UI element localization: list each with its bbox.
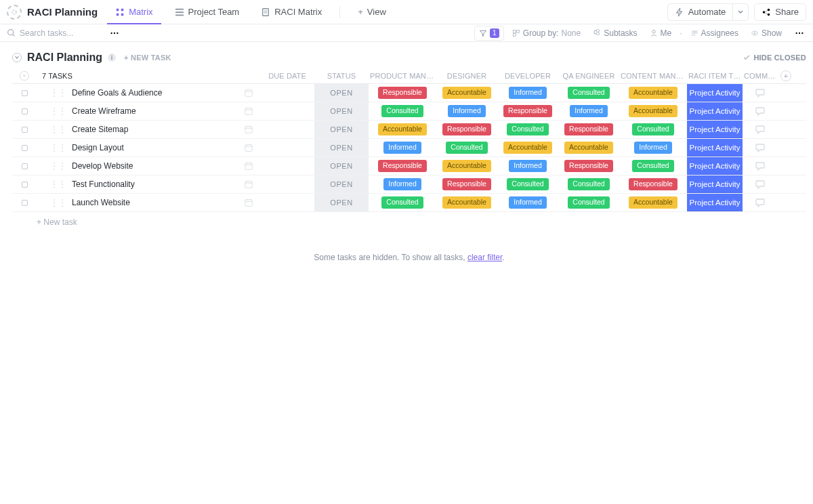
calendar-icon[interactable] (244, 180, 253, 189)
me-button[interactable]: Me (646, 26, 676, 41)
comment-cell[interactable] (743, 124, 778, 135)
calendar-icon[interactable] (244, 106, 253, 116)
qa-cell[interactable]: Responsible (558, 123, 619, 135)
status-cell[interactable]: OPEN (314, 175, 369, 193)
item-type-cell[interactable]: Project Activity (687, 175, 743, 193)
item-type-cell[interactable]: Project Activity (687, 139, 743, 156)
designer-cell[interactable]: Responsible (436, 123, 497, 135)
drag-handle-icon[interactable]: ⋮⋮ (50, 125, 66, 133)
add-column[interactable]: + (778, 70, 794, 81)
status-cell[interactable]: OPEN (314, 194, 369, 211)
task-name-cell[interactable]: ⋮⋮ Design Layout (37, 143, 260, 152)
assignees-button[interactable]: Assignees (686, 26, 743, 41)
designer-cell[interactable]: Accountable (436, 160, 497, 172)
comment-cell[interactable] (743, 197, 778, 208)
task-row[interactable]: ⋮⋮ Create Wireframe OPEN Consulted Infor… (12, 102, 806, 121)
comment-cell[interactable] (743, 106, 778, 117)
qa-cell[interactable]: Responsible (558, 160, 619, 172)
task-row[interactable]: ⋮⋮ Design Layout OPEN Informed Consulted… (12, 139, 806, 157)
drag-handle-icon[interactable]: ⋮⋮ (50, 89, 66, 97)
col-designer[interactable]: Designer (436, 72, 497, 80)
comment-cell[interactable] (743, 142, 778, 153)
item-type-cell[interactable]: Project Activity (687, 121, 743, 138)
task-status-dot[interactable] (12, 163, 37, 169)
calendar-icon[interactable] (244, 161, 253, 171)
col-cm[interactable]: Content Manager (619, 72, 687, 80)
developer-cell[interactable]: Consulted (497, 178, 558, 190)
automate-button[interactable]: Automate (667, 3, 734, 21)
status-cell[interactable]: OPEN (314, 102, 369, 120)
show-button[interactable]: Show (747, 26, 786, 41)
toolbar-more-icon[interactable] (793, 26, 806, 40)
task-row[interactable]: ⋮⋮ Test Functionality OPEN Informed Resp… (12, 175, 806, 194)
calendar-icon[interactable] (244, 143, 253, 152)
cm-cell[interactable]: Accountable (619, 105, 687, 117)
qa-cell[interactable]: Consulted (558, 87, 619, 99)
pm-cell[interactable]: Responsible (369, 160, 436, 172)
pm-cell[interactable]: Responsible (369, 87, 436, 99)
col-due-date[interactable]: Due Date (260, 72, 314, 80)
tab-project-team[interactable]: Project Team (167, 0, 248, 24)
task-status-dot[interactable] (12, 108, 37, 114)
task-row[interactable]: ⋮⋮ Define Goals & Audience OPEN Responsi… (12, 84, 806, 102)
designer-cell[interactable]: Accountable (436, 87, 497, 99)
developer-cell[interactable]: Accountable (497, 142, 558, 154)
drag-handle-icon[interactable]: ⋮⋮ (50, 198, 66, 207)
task-name-cell[interactable]: ⋮⋮ Launch Website (37, 198, 260, 207)
pm-cell[interactable]: Consulted (369, 105, 436, 117)
add-view-button[interactable]: + View (350, 0, 394, 24)
item-type-cell[interactable]: Project Activity (687, 157, 743, 175)
clear-filter-link[interactable]: clear filter (467, 253, 502, 262)
task-status-dot[interactable] (12, 90, 37, 96)
cm-cell[interactable]: Accountable (619, 87, 687, 99)
task-name-cell[interactable]: ⋮⋮ Develop Website (37, 161, 260, 171)
search-more-icon[interactable] (108, 26, 121, 40)
header-new-task[interactable]: + New task (124, 54, 171, 62)
task-name-cell[interactable]: ⋮⋮ Test Functionality (37, 180, 260, 189)
task-name-cell[interactable]: ⋮⋮ Create Sitemap (37, 125, 260, 134)
info-icon[interactable]: i (108, 54, 116, 62)
drag-handle-icon[interactable]: ⋮⋮ (50, 144, 66, 152)
status-cell[interactable]: OPEN (314, 157, 369, 175)
task-row[interactable]: ⋮⋮ Launch Website OPEN Consulted Account… (12, 194, 806, 212)
pm-cell[interactable]: Accountable (369, 123, 436, 135)
share-button[interactable]: Share (754, 3, 806, 21)
designer-cell[interactable]: Accountable (436, 196, 497, 209)
calendar-icon[interactable] (244, 88, 253, 98)
drag-handle-icon[interactable]: ⋮⋮ (50, 180, 66, 188)
filter-button[interactable]: 1 (474, 26, 504, 41)
comment-cell[interactable] (743, 161, 778, 171)
status-cell[interactable]: OPEN (314, 84, 369, 102)
col-qa[interactable]: QA Engineer (558, 72, 619, 80)
select-all[interactable] (12, 71, 37, 81)
qa-cell[interactable]: Informed (558, 105, 619, 117)
tab-matrix[interactable]: Matrix (107, 0, 161, 24)
qa-cell[interactable]: Consulted (558, 178, 619, 190)
task-row[interactable]: ⋮⋮ Create Sitemap OPEN Accountable Respo… (12, 121, 806, 139)
col-comments[interactable]: Comments (743, 72, 778, 80)
designer-cell[interactable]: Consulted (436, 142, 497, 154)
col-item-type[interactable]: RACI Item Type (687, 72, 743, 80)
designer-cell[interactable]: Responsible (436, 178, 497, 190)
item-type-cell[interactable]: Project Activity (687, 84, 743, 102)
calendar-icon[interactable] (244, 125, 253, 134)
cm-cell[interactable]: Consulted (619, 160, 687, 172)
developer-cell[interactable]: Informed (497, 87, 558, 99)
developer-cell[interactable]: Consulted (497, 123, 558, 135)
collapse-toggle[interactable] (12, 53, 22, 62)
automate-dropdown[interactable] (733, 3, 749, 21)
cm-cell[interactable]: Responsible (619, 178, 687, 190)
pm-cell[interactable]: Informed (369, 178, 436, 190)
task-row[interactable]: ⋮⋮ Develop Website OPEN Responsible Acco… (12, 157, 806, 175)
subtasks-button[interactable]: Subtasks (589, 26, 641, 41)
status-cell[interactable]: OPEN (314, 139, 369, 156)
comment-cell[interactable] (743, 87, 778, 98)
qa-cell[interactable]: Consulted (558, 196, 619, 209)
qa-cell[interactable]: Accountable (558, 142, 619, 154)
developer-cell[interactable]: Responsible (497, 105, 558, 117)
pm-cell[interactable]: Consulted (369, 196, 436, 209)
item-type-cell[interactable]: Project Activity (687, 102, 743, 120)
search-input[interactable] (20, 28, 101, 38)
drag-handle-icon[interactable]: ⋮⋮ (50, 107, 66, 115)
hide-closed-toggle[interactable]: Hide Closed (743, 54, 806, 62)
